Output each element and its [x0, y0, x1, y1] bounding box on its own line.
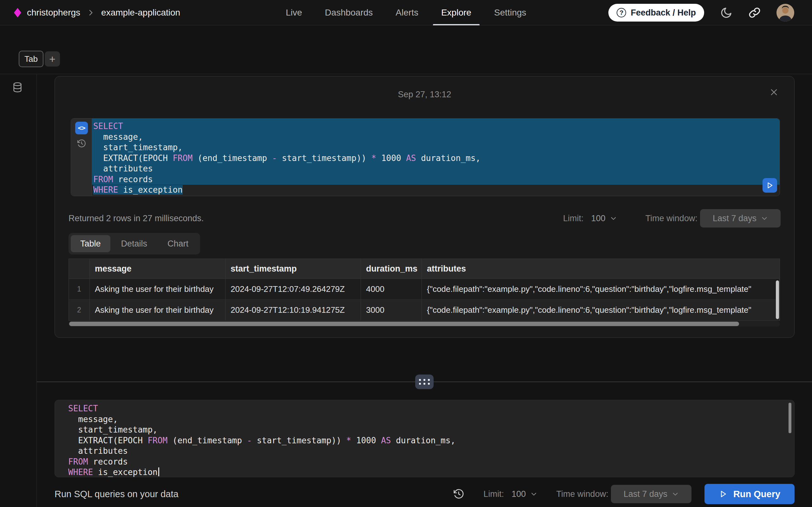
breadcrumb-org[interactable]: christophergs: [27, 8, 80, 18]
time-window-value: Last 7 days: [623, 489, 667, 499]
nav-item-settings[interactable]: Settings: [494, 0, 526, 25]
view-tab-table[interactable]: Table: [71, 235, 110, 252]
code-icon[interactable]: <>: [75, 122, 88, 134]
code-line: SELECT: [55, 403, 794, 414]
table-cell-message: Asking the user for their birthday: [90, 300, 225, 320]
sql-editor[interactable]: SELECT message, start_timestamp, EXTRACT…: [55, 400, 795, 477]
top-navbar: christophergs example-application LiveDa…: [0, 0, 812, 25]
result-table: messagestart_timestampduration_msattribu…: [68, 259, 780, 321]
nav-item-label: Explore: [441, 8, 471, 18]
nav-item-dashboards[interactable]: Dashboards: [325, 0, 373, 25]
time-window-label: Time window:: [646, 214, 698, 223]
code-line: start_timestamp,: [55, 425, 794, 435]
play-icon: [719, 490, 728, 498]
row-number: 1: [69, 279, 90, 299]
add-tab-button[interactable]: +: [45, 51, 60, 66]
history-icon[interactable]: [77, 139, 86, 150]
handle-dot: [423, 383, 425, 385]
view-tab-chart[interactable]: Chart: [158, 235, 198, 252]
table-cell-start_timestamp: 2024-09-27T12:10:19.941275Z: [225, 300, 361, 320]
query-editor-code: SELECT message, start_timestamp, EXTRACT…: [55, 403, 794, 477]
handle-dot: [419, 379, 421, 381]
chevron-down-icon: [610, 215, 617, 222]
column-header-duration_ms: duration_ms: [361, 259, 422, 279]
code-line: attributes: [92, 164, 780, 174]
navbar-right: ? Feedback / Help: [608, 0, 794, 25]
code-line: FROM records: [92, 174, 780, 185]
query-viewer-code[interactable]: SELECT message, start_timestamp, EXTRACT…: [92, 118, 780, 196]
table-cell-start_timestamp: 2024-09-27T12:07:49.264279Z: [225, 279, 361, 299]
footer-controls: Limit: 100 Time window: Last 7 days Run …: [453, 484, 795, 504]
column-header-message: message: [90, 259, 225, 279]
horizontal-scrollbar-thumb[interactable]: [69, 322, 739, 326]
limit-value: 100: [512, 489, 526, 499]
query-timestamp: Sep 27, 13:12: [55, 90, 794, 100]
breadcrumb: christophergs example-application: [14, 0, 180, 25]
limit-label: Limit:: [484, 489, 504, 499]
run-query-label: Run Query: [733, 489, 780, 499]
nav-item-alerts[interactable]: Alerts: [396, 0, 418, 25]
horizontal-scrollbar-track: [68, 321, 780, 327]
table-cell-duration_ms: 4000: [361, 279, 422, 299]
column-header-attributes: attributes: [422, 259, 780, 279]
close-icon[interactable]: [769, 88, 778, 98]
editor-scrollbar-thumb[interactable]: [789, 403, 792, 433]
table-row[interactable]: 1Asking the user for their birthday2024-…: [69, 279, 780, 300]
time-window-dropdown[interactable]: Last 7 days: [700, 209, 780, 228]
explore-page: christophergs example-application LiveDa…: [0, 0, 812, 507]
table-row[interactable]: 2Asking the user for their birthday2024-…: [69, 300, 780, 321]
code-line: EXTRACT(EPOCH FROM (end_timestamp - star…: [55, 435, 794, 446]
resize-handle[interactable]: [415, 375, 434, 389]
share-link-icon[interactable]: [749, 7, 761, 19]
limit-dropdown[interactable]: 100: [512, 489, 537, 499]
query-tab[interactable]: Tab: [19, 51, 44, 67]
run-query-button[interactable]: Run Query: [705, 484, 795, 504]
table-cell-duration_ms: 3000: [361, 300, 422, 320]
view-tab-details[interactable]: Details: [112, 235, 157, 252]
editor-hint: Run SQL queries on your data: [55, 489, 179, 499]
vertical-scrollbar[interactable]: [776, 280, 779, 319]
handle-dot: [428, 379, 430, 381]
logfire-logo-icon[interactable]: [14, 8, 21, 17]
table-cell-message: Asking the user for their birthday: [90, 279, 225, 299]
row-number: 2: [69, 300, 90, 320]
limit-label: Limit:: [563, 214, 583, 223]
code-line: WHERE is_exception: [92, 185, 780, 195]
breadcrumb-project[interactable]: example-application: [101, 8, 180, 18]
chevron-down-icon: [761, 215, 768, 222]
run-query-icon-button[interactable]: [763, 178, 777, 193]
result-controls: Limit: 100 Time window: Last 7 days: [563, 209, 780, 228]
feedback-help-button[interactable]: ? Feedback / Help: [608, 4, 704, 21]
code-line: attributes: [55, 446, 794, 457]
content-top-border: [0, 74, 812, 74]
table-cell-attributes: {"code.filepath":"example.py","code.line…: [422, 300, 780, 320]
query-viewer: <> SELECT message, start_timestamp, EXTR…: [71, 118, 780, 196]
nav-item-label: Live: [286, 8, 302, 18]
feedback-help-label: Feedback / Help: [630, 8, 696, 18]
time-window-dropdown[interactable]: Last 7 days: [611, 485, 692, 503]
column-header-start_timestamp: start_timestamp: [225, 259, 361, 279]
result-summary: Returned 2 rows in 27 milliseconds.: [68, 214, 204, 223]
time-window-value: Last 7 days: [713, 214, 757, 223]
code-line: EXTRACT(EPOCH FROM (end_timestamp - star…: [92, 153, 780, 164]
nav-item-label: Settings: [494, 8, 526, 18]
chevron-down-icon: [672, 491, 679, 498]
chevron-down-icon: [530, 491, 537, 498]
code-line: SELECT: [92, 118, 780, 132]
nav-item-live[interactable]: Live: [286, 0, 302, 25]
nav-items: LiveDashboardsAlertsExploreSettings: [286, 0, 526, 25]
view-tabs: TableDetailsChart: [68, 233, 200, 255]
result-meta-row: Returned 2 rows in 27 milliseconds. Limi…: [68, 209, 780, 228]
database-schema-icon[interactable]: [12, 82, 23, 95]
user-avatar[interactable]: [776, 4, 794, 21]
nav-item-explore[interactable]: Explore: [441, 0, 471, 25]
table-corner-cell: [69, 259, 90, 279]
handle-dot: [428, 383, 430, 385]
table-header-row: messagestart_timestampduration_msattribu…: [69, 259, 780, 279]
code-line: FROM records: [55, 457, 794, 467]
editor-footer: Run SQL queries on your data Limit: 100 …: [55, 483, 795, 505]
theme-toggle-moon-icon[interactable]: [720, 6, 733, 19]
history-icon[interactable]: [453, 488, 464, 500]
help-circle-icon: ?: [617, 8, 626, 17]
limit-dropdown[interactable]: 100: [591, 214, 617, 223]
